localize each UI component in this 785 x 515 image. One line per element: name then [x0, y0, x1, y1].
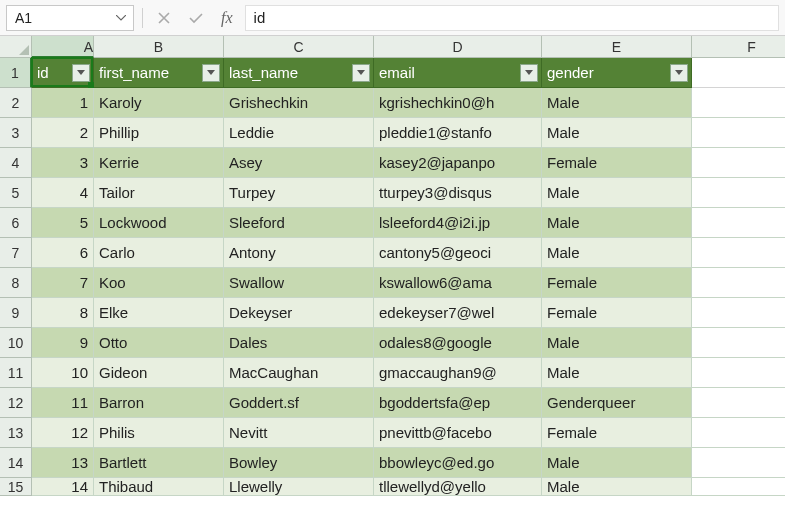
- cell-email[interactable]: gmaccaughan9@: [374, 358, 542, 388]
- cell-email[interactable]: cantony5@geoci: [374, 238, 542, 268]
- cell-email[interactable]: pnevittb@facebo: [374, 418, 542, 448]
- empty-cell[interactable]: [692, 178, 785, 208]
- filter-button-gender[interactable]: [670, 64, 688, 82]
- cell-first-name[interactable]: Tailor: [94, 178, 224, 208]
- cell-email[interactable]: tllewellyd@yello: [374, 478, 542, 496]
- row-header-10[interactable]: 10: [0, 328, 32, 358]
- cell-gender[interactable]: Genderqueer: [542, 388, 692, 418]
- cell-last-name[interactable]: Swallow: [224, 268, 374, 298]
- empty-cell[interactable]: [692, 148, 785, 178]
- col-header-F[interactable]: F: [692, 36, 785, 58]
- empty-cell[interactable]: [692, 418, 785, 448]
- cell-email[interactable]: bgoddertsfa@ep: [374, 388, 542, 418]
- cell-first-name[interactable]: Elke: [94, 298, 224, 328]
- row-header-12[interactable]: 12: [0, 388, 32, 418]
- cell-gender[interactable]: Male: [542, 118, 692, 148]
- cell-last-name[interactable]: Turpey: [224, 178, 374, 208]
- row-header-2[interactable]: 2: [0, 88, 32, 118]
- cell-id[interactable]: 13: [32, 448, 94, 478]
- select-all-corner[interactable]: [0, 36, 32, 58]
- empty-cell[interactable]: [692, 58, 785, 88]
- header-cell-last-name[interactable]: last_name: [224, 58, 374, 88]
- filter-button-last-name[interactable]: [352, 64, 370, 82]
- cell-first-name[interactable]: Bartlett: [94, 448, 224, 478]
- cell-id[interactable]: 12: [32, 418, 94, 448]
- cell-gender[interactable]: Female: [542, 148, 692, 178]
- empty-cell[interactable]: [692, 478, 785, 496]
- cell-email[interactable]: bbowleyc@ed.go: [374, 448, 542, 478]
- cell-last-name[interactable]: Llewelly: [224, 478, 374, 496]
- row-header-1[interactable]: 1: [0, 58, 32, 88]
- row-header-3[interactable]: 3: [0, 118, 32, 148]
- cell-id[interactable]: 4: [32, 178, 94, 208]
- col-header-C[interactable]: C: [224, 36, 374, 58]
- row-header-11[interactable]: 11: [0, 358, 32, 388]
- empty-cell[interactable]: [692, 298, 785, 328]
- cell-last-name[interactable]: Grishechkin: [224, 88, 374, 118]
- cell-last-name[interactable]: Sleeford: [224, 208, 374, 238]
- empty-cell[interactable]: [692, 388, 785, 418]
- empty-cell[interactable]: [692, 118, 785, 148]
- cell-last-name[interactable]: Antony: [224, 238, 374, 268]
- cell-last-name[interactable]: Bowley: [224, 448, 374, 478]
- filter-button-first-name[interactable]: [202, 64, 220, 82]
- row-header-8[interactable]: 8: [0, 268, 32, 298]
- col-header-E[interactable]: E: [542, 36, 692, 58]
- cell-first-name[interactable]: Gideon: [94, 358, 224, 388]
- col-header-A[interactable]: A: [32, 36, 94, 58]
- cancel-formula-button[interactable]: [151, 5, 177, 31]
- cell-last-name[interactable]: MacCaughan: [224, 358, 374, 388]
- cell-email[interactable]: tturpey3@disqus: [374, 178, 542, 208]
- cell-gender[interactable]: Male: [542, 328, 692, 358]
- row-header-13[interactable]: 13: [0, 418, 32, 448]
- cell-id[interactable]: 6: [32, 238, 94, 268]
- cell-gender[interactable]: Female: [542, 298, 692, 328]
- row-header-4[interactable]: 4: [0, 148, 32, 178]
- cell-first-name[interactable]: Otto: [94, 328, 224, 358]
- cell-id[interactable]: 5: [32, 208, 94, 238]
- cell-gender[interactable]: Female: [542, 418, 692, 448]
- cell-email[interactable]: kgrishechkin0@h: [374, 88, 542, 118]
- cell-email[interactable]: kasey2@japanpo: [374, 148, 542, 178]
- row-header-14[interactable]: 14: [0, 448, 32, 478]
- cell-id[interactable]: 14: [32, 478, 94, 496]
- header-cell-id[interactable]: id: [32, 58, 94, 88]
- empty-cell[interactable]: [692, 88, 785, 118]
- cell-last-name[interactable]: Leddie: [224, 118, 374, 148]
- chevron-down-icon[interactable]: [115, 12, 127, 24]
- empty-cell[interactable]: [692, 448, 785, 478]
- cell-gender[interactable]: Female: [542, 268, 692, 298]
- cell-first-name[interactable]: Carlo: [94, 238, 224, 268]
- cell-last-name[interactable]: Goddert.sf: [224, 388, 374, 418]
- cell-gender[interactable]: Male: [542, 238, 692, 268]
- cell-id[interactable]: 2: [32, 118, 94, 148]
- cell-last-name[interactable]: Asey: [224, 148, 374, 178]
- header-cell-email[interactable]: email: [374, 58, 542, 88]
- cell-last-name[interactable]: Dekeyser: [224, 298, 374, 328]
- cell-email[interactable]: kswallow6@ama: [374, 268, 542, 298]
- cell-gender[interactable]: Male: [542, 208, 692, 238]
- cell-first-name[interactable]: Philis: [94, 418, 224, 448]
- cell-id[interactable]: 11: [32, 388, 94, 418]
- cell-first-name[interactable]: Barron: [94, 388, 224, 418]
- fx-icon[interactable]: fx: [215, 9, 239, 27]
- cell-id[interactable]: 10: [32, 358, 94, 388]
- cell-gender[interactable]: Male: [542, 478, 692, 496]
- cell-first-name[interactable]: Thibaud: [94, 478, 224, 496]
- cell-first-name[interactable]: Kerrie: [94, 148, 224, 178]
- cell-id[interactable]: 9: [32, 328, 94, 358]
- cell-id[interactable]: 1: [32, 88, 94, 118]
- empty-cell[interactable]: [692, 238, 785, 268]
- cell-first-name[interactable]: Karoly: [94, 88, 224, 118]
- cell-email[interactable]: pleddie1@stanfo: [374, 118, 542, 148]
- empty-cell[interactable]: [692, 328, 785, 358]
- cell-email[interactable]: odales8@google: [374, 328, 542, 358]
- cell-id[interactable]: 8: [32, 298, 94, 328]
- cell-gender[interactable]: Male: [542, 358, 692, 388]
- cell-gender[interactable]: Male: [542, 88, 692, 118]
- row-header-9[interactable]: 9: [0, 298, 32, 328]
- row-header-7[interactable]: 7: [0, 238, 32, 268]
- header-cell-gender[interactable]: gender: [542, 58, 692, 88]
- cell-gender[interactable]: Male: [542, 178, 692, 208]
- filter-button-id[interactable]: [72, 64, 90, 82]
